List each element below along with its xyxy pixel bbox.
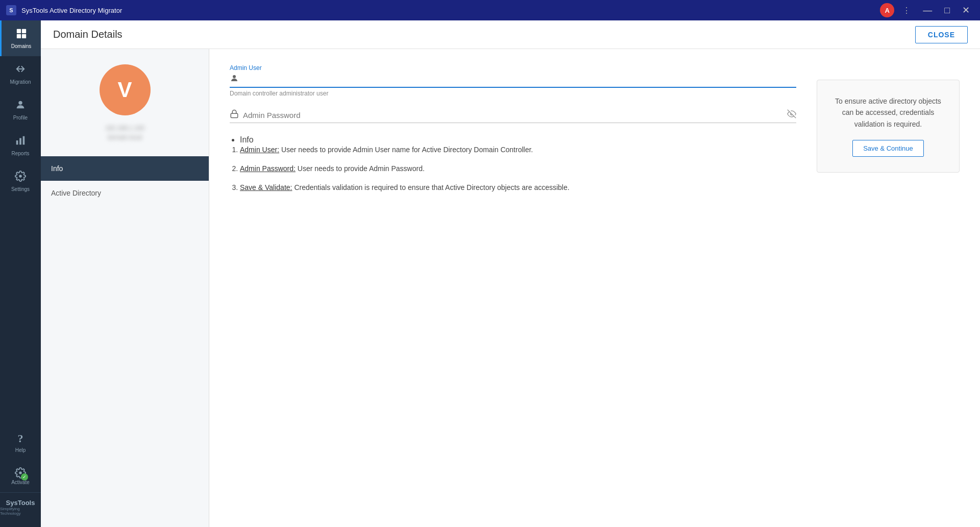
info-list: Admin User: User needs to provide Admin … xyxy=(240,145,796,193)
left-panel: V 192.168.1.100 domain.local Info Active… xyxy=(41,49,209,527)
active-directory-nav-label: Active Directory xyxy=(51,189,101,197)
admin-password-input-row xyxy=(230,109,796,123)
help-label: Help xyxy=(15,447,26,453)
help-icon: ? xyxy=(18,432,23,445)
sidebar-item-migration[interactable]: Migration xyxy=(0,56,41,92)
migration-label: Migration xyxy=(10,79,31,85)
admin-user-input-row xyxy=(230,74,796,88)
activate-check-icon: ✓ xyxy=(21,473,28,481)
migration-icon xyxy=(15,63,26,77)
admin-password-field xyxy=(230,109,796,123)
domain-name: domain.local xyxy=(105,134,144,141)
logo-text: SysTools xyxy=(6,499,35,507)
info-item-1-text: User needs to provide Admin User name fo… xyxy=(281,146,533,154)
admin-user-field: Admin User Domain controller administrat… xyxy=(230,64,796,97)
info-item-3-text: Credentials validation is required to en… xyxy=(294,183,569,191)
app-layout: Domains Migration Profile Reports Settin… xyxy=(0,20,980,527)
activate-label: Activate xyxy=(11,480,30,485)
profile-label: Profile xyxy=(13,115,28,121)
top-bar: Domain Details CLOSE xyxy=(41,20,980,49)
user-field-icon xyxy=(230,74,239,85)
info-item-2: Admin Password: User needs to provide Ad… xyxy=(240,163,796,174)
info-item-2-text: User needs to provide Admin Password. xyxy=(298,164,425,173)
info-item-3-label: Save & Validate: xyxy=(240,183,292,191)
left-nav: Info Active Directory xyxy=(41,156,209,205)
restore-button[interactable]: □ xyxy=(940,4,954,17)
page-title: Domain Details xyxy=(53,29,122,40)
svg-rect-7 xyxy=(23,136,25,145)
svg-rect-1 xyxy=(21,29,26,33)
reports-icon xyxy=(15,135,26,149)
svg-rect-6 xyxy=(19,138,21,145)
svg-rect-0 xyxy=(16,29,20,33)
svg-rect-3 xyxy=(21,34,26,38)
main-form-area: Admin User Domain controller administrat… xyxy=(230,64,960,201)
info-section-title: Info xyxy=(240,135,254,144)
info-card: To ensure active directory objects can b… xyxy=(817,80,960,173)
form-content: Admin User Domain controller administrat… xyxy=(230,64,796,201)
title-bar: S SysTools Active Directory Migrator A ⋮… xyxy=(0,0,980,20)
svg-rect-9 xyxy=(231,113,238,117)
menu-icon[interactable]: ⋮ xyxy=(898,4,915,17)
settings-icon xyxy=(15,171,26,184)
app-title: SysTools Active Directory Migrator xyxy=(21,7,122,14)
svg-rect-5 xyxy=(16,140,18,145)
password-toggle-icon[interactable] xyxy=(787,109,796,121)
info-card-text: To ensure active directory objects can b… xyxy=(829,95,947,130)
svg-point-4 xyxy=(18,101,22,105)
info-nav-label: Info xyxy=(51,164,63,173)
lock-field-icon xyxy=(230,109,239,121)
window-close-button[interactable]: ✕ xyxy=(958,4,974,17)
content-area: V 192.168.1.100 domain.local Info Active… xyxy=(41,49,980,527)
close-button[interactable]: CLOSE xyxy=(915,26,968,43)
svg-rect-2 xyxy=(16,34,20,38)
sidebar: Domains Migration Profile Reports Settin… xyxy=(0,20,41,527)
sidebar-item-domains[interactable]: Domains xyxy=(0,20,41,56)
info-item-2-label: Admin Password: xyxy=(240,164,296,173)
title-bar-left: S SysTools Active Directory Migrator xyxy=(6,5,122,15)
domain-avatar: V xyxy=(100,64,151,115)
logo-sub: Simplifying Technology xyxy=(0,507,41,516)
info-item-1-label: Admin User: xyxy=(240,146,279,154)
admin-password-input[interactable] xyxy=(243,111,787,119)
app-icon: S xyxy=(6,5,16,15)
sidebar-item-help[interactable]: ? Help xyxy=(0,425,41,460)
left-nav-info[interactable]: Info xyxy=(41,156,209,181)
sidebar-bottom: ? Help ✓ Activate SysTools Simplifying T… xyxy=(0,425,41,527)
profile-icon xyxy=(15,99,26,113)
minimize-button[interactable]: — xyxy=(919,4,936,17)
admin-user-hint: Domain controller administrator user xyxy=(230,90,796,97)
user-avatar[interactable]: A xyxy=(880,3,894,17)
sidebar-item-reports[interactable]: Reports xyxy=(0,128,41,163)
svg-point-8 xyxy=(233,75,236,78)
settings-label: Settings xyxy=(11,186,30,192)
right-panel: Admin User Domain controller administrat… xyxy=(209,49,980,527)
domains-label: Domains xyxy=(11,43,31,49)
save-continue-button[interactable]: Save & Continue xyxy=(852,140,924,157)
activate-container: ✓ Activate xyxy=(11,467,30,485)
activate-icon-wrapper: ✓ xyxy=(15,467,26,480)
sidebar-item-settings[interactable]: Settings xyxy=(0,163,41,199)
info-item-1: Admin User: User needs to provide Admin … xyxy=(240,145,796,155)
info-item-3: Save & Validate: Credentials validation … xyxy=(240,182,796,193)
main-content: Domain Details CLOSE V 192.168.1.100 dom… xyxy=(41,20,980,527)
left-nav-active-directory[interactable]: Active Directory xyxy=(41,181,209,205)
admin-user-input[interactable] xyxy=(243,75,796,84)
domains-icon xyxy=(16,28,27,41)
sidebar-item-activate[interactable]: ✓ Activate xyxy=(0,460,41,492)
info-section: Info Admin User: User needs to provide A… xyxy=(230,135,796,193)
domain-info: 192.168.1.100 domain.local xyxy=(105,125,144,141)
sidebar-item-profile[interactable]: Profile xyxy=(0,92,41,128)
reports-label: Reports xyxy=(11,151,29,156)
admin-user-label: Admin User xyxy=(230,64,796,71)
domain-ip: 192.168.1.100 xyxy=(105,125,144,132)
title-bar-controls: A ⋮ — □ ✕ xyxy=(880,3,974,17)
systools-logo: SysTools Simplifying Technology xyxy=(0,492,41,522)
